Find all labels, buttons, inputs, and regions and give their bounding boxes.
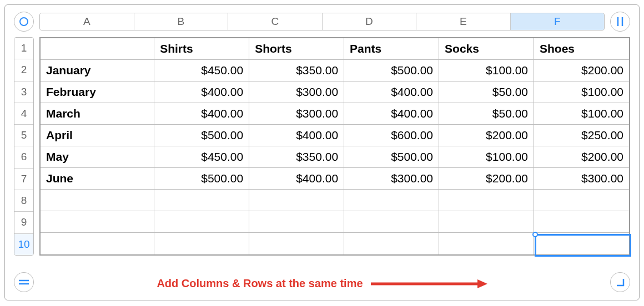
add-columns-and-rows-handle[interactable] [610,272,630,292]
cell-E1[interactable]: Socks [439,38,534,60]
cell-F9[interactable] [534,211,629,233]
cell-B3[interactable]: $400.00 [154,81,249,103]
table-body-row: 12345678910 ShirtsShortsPantsSocksShoesJ… [14,37,630,256]
cell-A4[interactable]: March [41,103,154,125]
column-header-C[interactable]: C [228,13,323,30]
cell-C2[interactable]: $350.00 [249,60,344,81]
cell-E2[interactable]: $100.00 [439,60,534,81]
cell-D4[interactable]: $400.00 [344,103,439,125]
cell-D3[interactable]: $400.00 [344,81,439,103]
cell-D6[interactable]: $500.00 [344,146,439,168]
cell-B2[interactable]: $450.00 [154,60,249,81]
column-letter-ruler: ABCDEF [39,13,605,30]
cell-C7[interactable]: $400.00 [249,168,344,190]
table-select-all-handle[interactable] [14,12,34,32]
cell-F10[interactable] [534,233,629,254]
annotation-text: Add Columns & Rows at the same time [157,277,363,290]
cell-E5[interactable]: $200.00 [439,125,534,146]
annotation-arrow-icon [371,279,487,289]
row-header-1[interactable]: 1 [14,38,33,59]
spreadsheet-table: ABCDEF 12345678910 ShirtsShortsPantsSock… [4,4,640,300]
cell-B8[interactable] [154,190,249,211]
cell-F1[interactable]: Shoes [534,38,629,60]
cell-A7[interactable]: June [41,168,154,190]
row-header-6[interactable]: 6 [14,146,33,168]
cell-C3[interactable]: $300.00 [249,81,344,103]
annotation-callout: Add Columns & Rows at the same time [5,277,639,290]
cell-C9[interactable] [249,211,344,233]
cell-A3[interactable]: February [41,81,154,103]
row-header-10[interactable]: 10 [14,234,33,255]
row-header-7[interactable]: 7 [14,169,33,190]
column-header-E[interactable]: E [416,13,511,30]
cell-E7[interactable]: $200.00 [439,168,534,190]
row-header-9[interactable]: 9 [14,212,33,233]
cell-A6[interactable]: May [41,146,154,168]
cell-D9[interactable] [344,211,439,233]
add-column-handle[interactable] [610,12,630,32]
cell-B6[interactable]: $450.00 [154,146,249,168]
cell-C1[interactable]: Shorts [249,38,344,60]
cell-B1[interactable]: Shirts [154,38,249,60]
cell-E10[interactable] [439,233,534,254]
cell-A9[interactable] [41,211,154,233]
cell-E9[interactable] [439,211,534,233]
row-header-3[interactable]: 3 [14,81,33,103]
cell-C6[interactable]: $350.00 [249,146,344,168]
row-header-2[interactable]: 2 [14,59,33,81]
add-row-handle[interactable] [14,272,34,292]
cell-C4[interactable]: $300.00 [249,103,344,125]
cell-D5[interactable]: $600.00 [344,125,439,146]
cell-F8[interactable] [534,190,629,211]
cell-B9[interactable] [154,211,249,233]
cell-E8[interactable] [439,190,534,211]
cell-D8[interactable] [344,190,439,211]
cell-C5[interactable]: $400.00 [249,125,344,146]
cell-B10[interactable] [154,233,249,254]
cell-D1[interactable]: Pants [344,38,439,60]
svg-marker-6 [477,279,487,288]
cell-F7[interactable]: $300.00 [534,168,629,190]
cell-A5[interactable]: April [41,125,154,146]
cell-F3[interactable]: $100.00 [534,81,629,103]
row-header-5[interactable]: 5 [14,125,33,146]
cell-E3[interactable]: $50.00 [439,81,534,103]
row-number-ruler: 12345678910 [14,37,34,256]
cell-F2[interactable]: $200.00 [534,60,629,81]
cell-A10[interactable] [41,233,154,254]
cell-B4[interactable]: $400.00 [154,103,249,125]
cell-F6[interactable]: $200.00 [534,146,629,168]
cell-D10[interactable] [344,233,439,254]
cell-C10[interactable] [249,233,344,254]
column-header-D[interactable]: D [323,13,417,30]
cell-D7[interactable]: $300.00 [344,168,439,190]
cell-E4[interactable]: $50.00 [439,103,534,125]
cell-A2[interactable]: January [41,60,154,81]
column-header-B[interactable]: B [134,13,229,30]
cell-B7[interactable]: $500.00 [154,168,249,190]
column-header-A[interactable]: A [40,13,134,30]
row-header-8[interactable]: 8 [14,190,33,212]
cell-D2[interactable]: $500.00 [344,60,439,81]
cell-grid: ShirtsShortsPantsSocksShoesJanuary$450.0… [39,37,630,256]
cell-F5[interactable]: $250.00 [534,125,629,146]
cell-E6[interactable]: $100.00 [439,146,534,168]
cell-A8[interactable] [41,190,154,211]
column-header-row: ABCDEF [14,12,630,32]
cell-A1[interactable] [41,38,154,60]
cell-C8[interactable] [249,190,344,211]
cell-B5[interactable]: $500.00 [154,125,249,146]
column-header-F[interactable]: F [511,13,605,30]
cell-F4[interactable]: $100.00 [534,103,629,125]
svg-point-0 [20,18,28,26]
row-header-4[interactable]: 4 [14,103,33,125]
